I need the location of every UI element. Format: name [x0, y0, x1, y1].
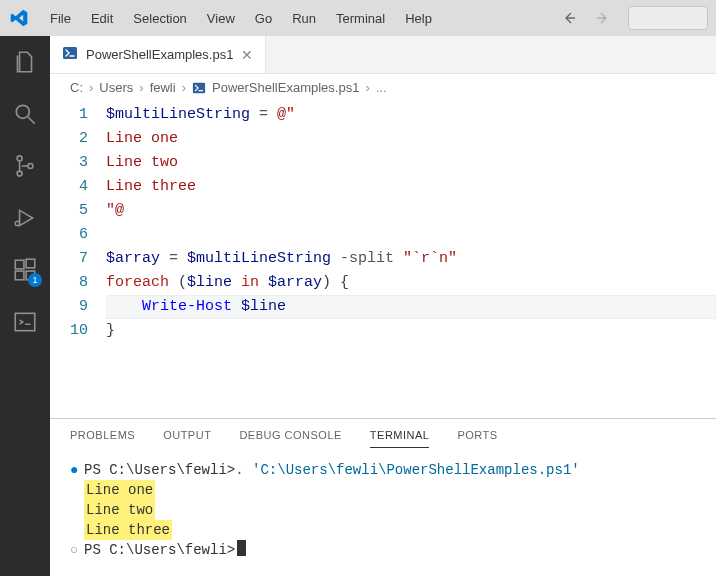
menu-go[interactable]: Go [245, 7, 282, 30]
command-center-search[interactable] [628, 6, 708, 30]
line-number: 2 [50, 127, 88, 151]
chevron-right-icon: › [89, 80, 93, 95]
svg-rect-9 [26, 259, 35, 268]
line-number: 9 [50, 295, 88, 319]
svg-point-4 [28, 164, 33, 169]
code-line[interactable]: foreach ($line in $array) { [106, 271, 716, 295]
menu-help[interactable]: Help [395, 7, 442, 30]
panel-tab-problems[interactable]: PROBLEMS [70, 429, 135, 448]
terminal-output-line: Line two [84, 500, 155, 520]
code-line[interactable]: Line three [106, 175, 716, 199]
svg-rect-7 [15, 271, 24, 280]
code-line[interactable]: } [106, 319, 716, 343]
bullet-filled-icon: ● [70, 460, 84, 480]
terminal[interactable]: ● PS C:\Users\fewli> . 'C:\Users\fewli\P… [50, 448, 716, 576]
line-number: 1 [50, 103, 88, 127]
chevron-right-icon: › [365, 80, 369, 95]
menu-view[interactable]: View [197, 7, 245, 30]
code-line[interactable]: $array = $multiLineString -split "`r`n" [106, 247, 716, 271]
nav-forward-icon[interactable] [590, 6, 614, 30]
line-number: 8 [50, 271, 88, 295]
terminal-prompt: PS C:\Users\fewli> [84, 540, 235, 560]
explorer-icon[interactable] [11, 48, 39, 76]
breadcrumb-part[interactable]: C: [70, 80, 83, 95]
line-number: 3 [50, 151, 88, 175]
terminal-output-block: Line one Line two Line three [84, 480, 696, 540]
code-line[interactable]: Line one [106, 127, 716, 151]
code-line[interactable]: $multiLineString = @" [106, 103, 716, 127]
tab-label: PowerShellExamples.ps1 [86, 47, 233, 62]
svg-point-2 [17, 156, 22, 161]
breadcrumb-part[interactable]: PowerShellExamples.ps1 [212, 80, 359, 95]
line-number: 7 [50, 247, 88, 271]
nav-back-icon[interactable] [558, 6, 582, 30]
terminal-panel-icon[interactable] [11, 308, 39, 336]
terminal-prompt: PS C:\Users\fewli> [84, 460, 235, 480]
breadcrumb[interactable]: C: › Users › fewli › PowerShellExamples.… [50, 74, 716, 101]
panel-tab-output[interactable]: OUTPUT [163, 429, 211, 448]
menu-terminal[interactable]: Terminal [326, 7, 395, 30]
powershell-file-icon [192, 81, 206, 95]
code-line[interactable] [106, 223, 716, 247]
breadcrumb-part[interactable]: fewli [150, 80, 176, 95]
powershell-file-icon [62, 45, 78, 64]
menu-file[interactable]: File [40, 7, 81, 30]
terminal-cursor [237, 540, 246, 556]
run-debug-icon[interactable] [11, 204, 39, 232]
title-bar: FileEditSelectionViewGoRunTerminalHelp [0, 0, 716, 36]
panel-tab-debug-console[interactable]: DEBUG CONSOLE [239, 429, 341, 448]
panel-tab-ports[interactable]: PORTS [457, 429, 497, 448]
breadcrumb-more[interactable]: ... [376, 80, 387, 95]
code-line[interactable]: Line two [106, 151, 716, 175]
editor-tabs: PowerShellExamples.ps1 ✕ [50, 36, 716, 74]
svg-point-5 [15, 221, 19, 225]
vscode-logo-icon [8, 7, 30, 29]
svg-line-1 [28, 117, 35, 124]
activity-bar: 1 [0, 36, 50, 576]
line-number: 6 [50, 223, 88, 247]
svg-rect-10 [15, 313, 35, 330]
panel-tabs: PROBLEMSOUTPUTDEBUG CONSOLETERMINALPORTS [50, 419, 716, 448]
menu-run[interactable]: Run [282, 7, 326, 30]
line-number: 5 [50, 199, 88, 223]
line-number: 4 [50, 175, 88, 199]
source-control-icon[interactable] [11, 152, 39, 180]
terminal-command: . 'C:\Users\fewli\PowerShellExamples.ps1… [235, 460, 579, 480]
line-number: 10 [50, 319, 88, 343]
svg-point-3 [17, 171, 22, 176]
code-editor[interactable]: 12345678910 $multiLineString = @"Line on… [50, 101, 716, 418]
extensions-icon[interactable]: 1 [11, 256, 39, 284]
bullet-hollow-icon: ○ [70, 540, 84, 560]
menu-edit[interactable]: Edit [81, 7, 123, 30]
svg-point-0 [16, 105, 29, 118]
extensions-badge: 1 [28, 273, 42, 287]
terminal-output-line: Line one [84, 480, 155, 500]
code-line[interactable]: "@ [106, 199, 716, 223]
bottom-panel: PROBLEMSOUTPUTDEBUG CONSOLETERMINALPORTS… [50, 418, 716, 576]
svg-rect-12 [193, 82, 205, 93]
svg-rect-6 [15, 260, 24, 269]
close-icon[interactable]: ✕ [241, 47, 253, 63]
terminal-output-line: Line three [84, 520, 172, 540]
code-line[interactable]: Write-Host $line [106, 295, 716, 319]
search-icon[interactable] [11, 100, 39, 128]
svg-rect-11 [63, 47, 77, 59]
menu-selection[interactable]: Selection [123, 7, 196, 30]
chevron-right-icon: › [139, 80, 143, 95]
tab-powershell-examples[interactable]: PowerShellExamples.ps1 ✕ [50, 36, 266, 73]
chevron-right-icon: › [182, 80, 186, 95]
breadcrumb-part[interactable]: Users [99, 80, 133, 95]
panel-tab-terminal[interactable]: TERMINAL [370, 429, 430, 448]
